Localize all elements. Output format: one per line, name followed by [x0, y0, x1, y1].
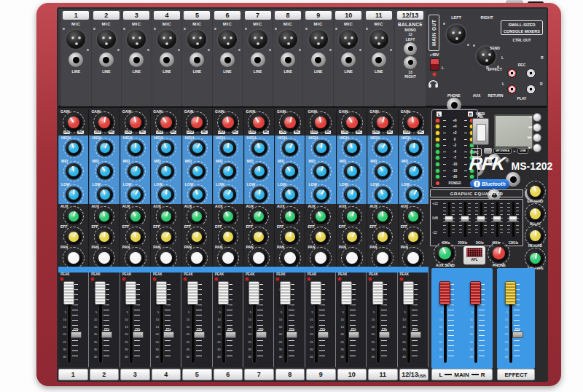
pan-knob[interactable]	[250, 249, 267, 267]
high-knob[interactable]	[282, 140, 298, 156]
mid-knob[interactable]	[158, 163, 174, 179]
eq-slider-handle[interactable]	[493, 216, 501, 222]
aux-knob[interactable]	[158, 208, 174, 224]
aux-tape-knob[interactable]	[527, 250, 544, 267]
mid-knob[interactable]	[189, 163, 206, 179]
eq-band-slider[interactable]	[443, 202, 455, 237]
fader-handle[interactable]	[63, 281, 74, 305]
pan-knob[interactable]	[127, 249, 144, 267]
high-knob[interactable]	[220, 140, 236, 156]
gain-knob[interactable]	[404, 114, 422, 131]
low-knob[interactable]	[375, 187, 391, 203]
fader-handle[interactable]	[95, 281, 106, 305]
eq-slider-handle[interactable]	[445, 216, 453, 222]
aux-knob[interactable]	[313, 208, 329, 224]
gain-knob[interactable]	[127, 114, 144, 131]
pfl-button[interactable]	[286, 332, 297, 338]
pan-knob[interactable]	[219, 249, 237, 267]
eff-knob[interactable]	[375, 229, 391, 245]
fader-handle[interactable]	[187, 281, 198, 305]
aux-knob[interactable]	[189, 208, 205, 224]
low-knob[interactable]	[189, 187, 206, 203]
low-knob[interactable]	[158, 187, 174, 203]
pfl-button[interactable]	[348, 332, 359, 338]
play-pause-button[interactable]	[533, 144, 541, 152]
aux-knob[interactable]	[128, 208, 144, 224]
eff-knob[interactable]	[405, 229, 421, 245]
aux-knob[interactable]	[96, 208, 112, 224]
fader-handle[interactable]	[341, 281, 352, 305]
eff-knob[interactable]	[313, 229, 329, 245]
pan-knob[interactable]	[374, 249, 391, 267]
pfl-button[interactable]	[101, 332, 112, 338]
pfl-button[interactable]	[256, 332, 267, 338]
reverb-knob[interactable]	[527, 227, 544, 244]
mid-knob[interactable]	[375, 163, 391, 179]
pfl-button[interactable]	[225, 332, 236, 338]
eq-band-slider[interactable]	[459, 202, 471, 237]
gain-knob[interactable]	[281, 114, 299, 131]
pan-knob[interactable]	[157, 249, 175, 267]
eff-knob[interactable]	[128, 229, 144, 245]
previous-button[interactable]	[533, 123, 541, 132]
high-knob[interactable]	[344, 140, 360, 156]
pan-knob[interactable]	[343, 249, 361, 267]
pan-knob[interactable]	[281, 249, 299, 267]
low-knob[interactable]	[66, 187, 82, 203]
phone-knob[interactable]	[490, 244, 508, 262]
eq-band-slider[interactable]	[507, 202, 519, 237]
fader-handle[interactable]	[403, 281, 414, 305]
low-knob[interactable]	[97, 187, 113, 203]
gain-knob[interactable]	[95, 114, 113, 131]
mid-knob[interactable]	[97, 163, 113, 179]
eff-knob[interactable]	[344, 229, 360, 245]
phantom-power-switch[interactable]	[430, 58, 439, 71]
next-button[interactable]	[533, 133, 541, 142]
gain-knob[interactable]	[374, 114, 391, 131]
low-knob[interactable]	[128, 187, 144, 203]
aux-knob[interactable]	[251, 208, 267, 224]
low-knob[interactable]	[313, 187, 329, 203]
delay-knob[interactable]	[527, 205, 544, 222]
eff-knob[interactable]	[282, 229, 298, 245]
pfl-button[interactable]	[163, 332, 174, 338]
pan-knob[interactable]	[65, 249, 82, 267]
fader-handle[interactable]	[439, 281, 450, 305]
high-knob[interactable]	[251, 140, 267, 156]
gain-knob[interactable]	[250, 114, 267, 131]
low-knob[interactable]	[220, 187, 236, 203]
pfl-button[interactable]	[133, 332, 144, 338]
pan-knob[interactable]	[95, 249, 113, 267]
aux-knob[interactable]	[375, 208, 391, 224]
eff-knob[interactable]	[251, 229, 267, 245]
high-knob[interactable]	[406, 140, 422, 156]
mid-knob[interactable]	[406, 163, 422, 179]
low-knob[interactable]	[282, 187, 298, 203]
fader-handle[interactable]	[156, 281, 167, 305]
aux-send-knob[interactable]	[436, 244, 454, 262]
repeat-button[interactable]	[533, 113, 541, 122]
pfl-button[interactable]	[194, 332, 205, 338]
mid-knob[interactable]	[344, 163, 360, 179]
eff-send-knob[interactable]	[527, 183, 544, 200]
gain-knob[interactable]	[65, 114, 82, 131]
gain-knob[interactable]	[157, 114, 175, 131]
fader-handle[interactable]	[280, 281, 291, 305]
fader-handle[interactable]	[249, 281, 259, 305]
pfl-button[interactable]	[71, 332, 82, 338]
fader-handle[interactable]	[505, 281, 516, 305]
gain-knob[interactable]	[343, 114, 361, 131]
eq-slider-handle[interactable]	[461, 216, 469, 222]
eff-knob[interactable]	[189, 229, 205, 245]
eff-knob[interactable]	[220, 229, 236, 245]
gain-knob[interactable]	[188, 114, 206, 131]
fader-handle[interactable]	[125, 281, 136, 305]
aux-knob[interactable]	[66, 208, 82, 224]
eq-band-slider[interactable]	[491, 202, 503, 237]
aux-knob[interactable]	[405, 208, 421, 224]
mid-knob[interactable]	[220, 163, 236, 179]
eff-knob[interactable]	[66, 229, 82, 245]
fader-handle[interactable]	[218, 281, 229, 305]
low-knob[interactable]	[344, 187, 360, 203]
high-knob[interactable]	[128, 140, 144, 156]
